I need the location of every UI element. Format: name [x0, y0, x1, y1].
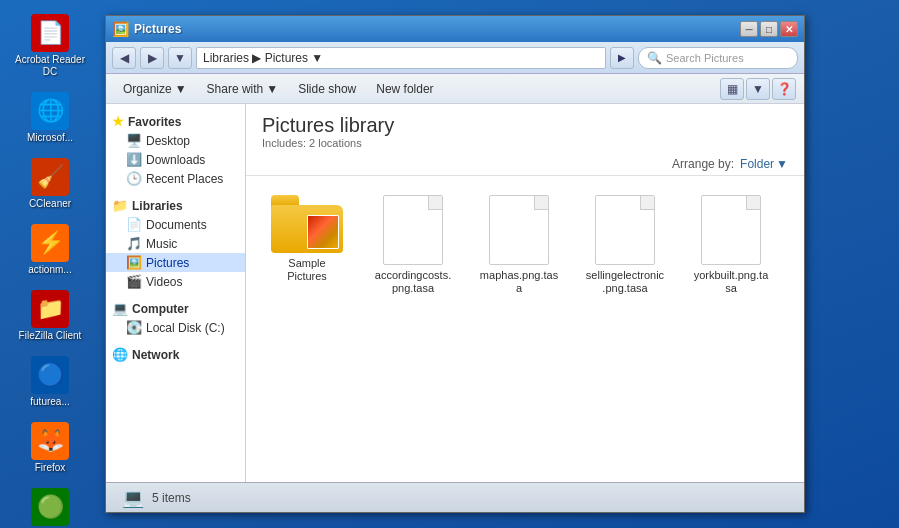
microsoft-icon: 🌐: [31, 92, 69, 130]
sidebar-item-videos[interactable]: 🎬 Videos: [106, 272, 245, 291]
microsoft-label: Microsof...: [27, 132, 73, 144]
arrange-label: Arrange by:: [672, 157, 734, 171]
sidebar-network-header[interactable]: 🌐 Network: [106, 345, 245, 364]
sidebar-favorites-header[interactable]: ★ Favorites: [106, 112, 245, 131]
new-folder-button[interactable]: New folder: [367, 78, 442, 100]
acrobat-label: Acrobat Reader DC: [14, 54, 86, 78]
close-button[interactable]: ✕: [780, 21, 798, 37]
recent-button[interactable]: ▼: [168, 47, 192, 69]
local-disk-icon: 💽: [126, 320, 142, 335]
desktop-icon-futurea[interactable]: 🔵 futurea...: [10, 352, 90, 412]
accordingcosts-label: accordingcosts.png.tasa: [373, 269, 453, 295]
gorepo-icon: 🟢: [31, 488, 69, 526]
view-button-1[interactable]: ▦: [720, 78, 744, 100]
futurea-label: futurea...: [30, 396, 69, 408]
title-bar: 🖼️ Pictures ─ □ ✕: [106, 16, 804, 42]
desktop-icon-actionme[interactable]: ⚡ actionm...: [10, 220, 90, 280]
filezilla-label: FileZilla Client: [19, 330, 82, 342]
network-icon: 🌐: [112, 347, 128, 362]
explorer-window: 🖼️ Pictures ─ □ ✕ ◀ ▶ ▼ Libraries ▶ Pict…: [105, 15, 805, 513]
sample-pictures-label: Sample Pictures: [267, 257, 347, 283]
music-icon: 🎵: [126, 236, 142, 251]
downloads-icon: ⬇️: [126, 152, 142, 167]
file-item-yorkbuilt[interactable]: yorkbuilt.png.tasa: [686, 188, 776, 302]
slide-show-label: Slide show: [298, 82, 356, 96]
ccleaner-icon: 🧹: [31, 158, 69, 196]
arrange-chevron-icon: ▼: [776, 157, 788, 171]
sidebar: ★ Favorites 🖥️ Desktop ⬇️ Downloads 🕒 Re…: [106, 104, 246, 482]
window-controls: ─ □ ✕: [740, 21, 798, 37]
sellingelectronic-file-icon: [595, 195, 655, 265]
pictures-label: Pictures: [146, 256, 189, 270]
main-content: Pictures library Includes: 2 locations A…: [246, 104, 804, 482]
library-sub: Includes: 2 locations: [262, 137, 788, 149]
local-disk-label: Local Disk (C:): [146, 321, 225, 335]
library-title: Pictures library: [262, 114, 788, 137]
sidebar-item-recent[interactable]: 🕒 Recent Places: [106, 169, 245, 188]
sample-pictures-folder-icon: [271, 195, 343, 253]
desktop-icon-gorepo[interactable]: 🟢 gorep...: [10, 484, 90, 528]
sidebar-item-music[interactable]: 🎵 Music: [106, 234, 245, 253]
forward-button[interactable]: ▶: [140, 47, 164, 69]
go-button[interactable]: ▶: [610, 47, 634, 69]
sidebar-item-pictures[interactable]: 🖼️ Pictures: [106, 253, 245, 272]
sidebar-favorites-section: ★ Favorites 🖥️ Desktop ⬇️ Downloads 🕒 Re…: [106, 112, 245, 188]
status-icon: 💻: [122, 487, 144, 509]
sidebar-libraries-header[interactable]: 📁 Libraries: [106, 196, 245, 215]
videos-icon: 🎬: [126, 274, 142, 289]
search-bar[interactable]: 🔍 Search Pictures: [638, 47, 798, 69]
futurea-icon: 🔵: [31, 356, 69, 394]
status-bar: 💻 5 items: [106, 482, 804, 512]
videos-label: Videos: [146, 275, 182, 289]
share-with-label: Share with: [207, 82, 264, 96]
sidebar-item-documents[interactable]: 📄 Documents: [106, 215, 245, 234]
view-button-2[interactable]: ▼: [746, 78, 770, 100]
desktop-icon-acrobat[interactable]: 📄 Acrobat Reader DC: [10, 10, 90, 82]
desktop-icon-filezilla[interactable]: 📁 FileZilla Client: [10, 286, 90, 346]
sellingelectronic-label: sellingelectronic.png.tasa: [585, 269, 665, 295]
share-with-dropdown-icon: ▼: [266, 82, 278, 96]
desktop-icon-firefox[interactable]: 🦊 Firefox: [10, 418, 90, 478]
sidebar-network-section: 🌐 Network: [106, 345, 245, 364]
desktop-folder-label: Desktop: [146, 134, 190, 148]
documents-icon: 📄: [126, 217, 142, 232]
documents-label: Documents: [146, 218, 207, 232]
file-grid: Sample Pictures accordingcosts.png.tasa …: [246, 176, 804, 482]
help-button[interactable]: ❓: [772, 78, 796, 100]
file-item-sellingelectronic[interactable]: sellingelectronic.png.tasa: [580, 188, 670, 302]
firefox-icon: 🦊: [31, 422, 69, 460]
sidebar-item-local-disk[interactable]: 💽 Local Disk (C:): [106, 318, 245, 337]
organize-button[interactable]: Organize ▼: [114, 78, 196, 100]
slide-show-button[interactable]: Slide show: [289, 78, 365, 100]
actionme-label: actionm...: [28, 264, 71, 276]
back-button[interactable]: ◀: [112, 47, 136, 69]
content-area: ★ Favorites 🖥️ Desktop ⬇️ Downloads 🕒 Re…: [106, 104, 804, 482]
organize-label: Organize: [123, 82, 172, 96]
yorkbuilt-label: yorkbuilt.png.tasa: [691, 269, 771, 295]
sidebar-libraries-section: 📁 Libraries 📄 Documents 🎵 Music 🖼️ Pictu…: [106, 196, 245, 291]
share-with-button[interactable]: Share with ▼: [198, 78, 288, 100]
sidebar-computer-section: 💻 Computer 💽 Local Disk (C:): [106, 299, 245, 337]
nav-bar: ◀ ▶ ▼ Libraries ▶ Pictures ▼ ▶ 🔍 Search …: [106, 42, 804, 74]
maphas-file-icon: [489, 195, 549, 265]
desktop-icon-ccleaner[interactable]: 🧹 CCleaner: [10, 154, 90, 214]
sidebar-computer-header[interactable]: 💻 Computer: [106, 299, 245, 318]
sidebar-item-downloads[interactable]: ⬇️ Downloads: [106, 150, 245, 169]
maphas-label: maphas.png.tasa: [479, 269, 559, 295]
recent-places-label: Recent Places: [146, 172, 223, 186]
arrange-dropdown[interactable]: Folder ▼: [740, 157, 788, 171]
file-item-sample-pictures[interactable]: Sample Pictures: [262, 188, 352, 302]
favorites-star-icon: ★: [112, 114, 124, 129]
acrobat-icon: 📄: [31, 14, 69, 52]
arrange-bar: Arrange by: Folder ▼: [246, 153, 804, 176]
toolbar: Organize ▼ Share with ▼ Slide show New f…: [106, 74, 804, 104]
sidebar-item-desktop[interactable]: 🖥️ Desktop: [106, 131, 245, 150]
address-bar[interactable]: Libraries ▶ Pictures ▼: [196, 47, 606, 69]
actionme-icon: ⚡: [31, 224, 69, 262]
file-item-maphas[interactable]: maphas.png.tasa: [474, 188, 564, 302]
file-item-accordingcosts[interactable]: accordingcosts.png.tasa: [368, 188, 458, 302]
organize-dropdown-icon: ▼: [175, 82, 187, 96]
minimize-button[interactable]: ─: [740, 21, 758, 37]
desktop-icon-microsoft[interactable]: 🌐 Microsof...: [10, 88, 90, 148]
maximize-button[interactable]: □: [760, 21, 778, 37]
